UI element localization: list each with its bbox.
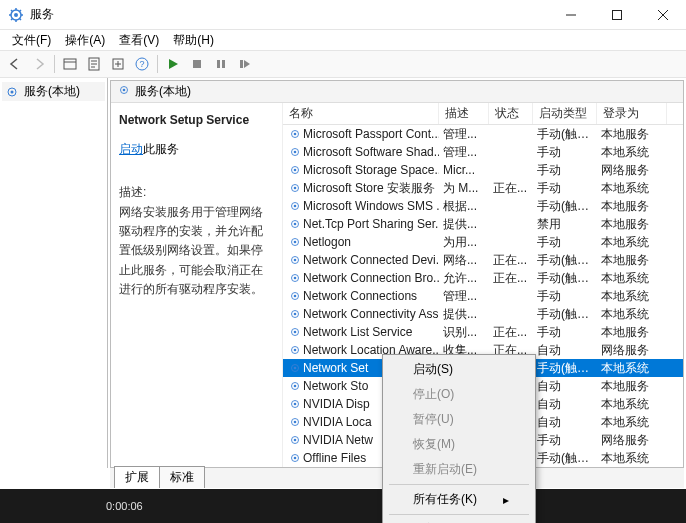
gear-icon [287,162,303,178]
table-row[interactable]: Microsoft Store 安装服务为 M...正在...手动本地系统 [283,179,683,197]
cell-name: Network List Service [283,324,439,340]
cell-desc: Micr... [439,163,489,177]
cell-desc: 管理... [439,144,489,161]
stop-button[interactable] [186,53,208,75]
svg-point-25 [294,205,297,208]
tree-root-label: 服务(本地) [24,83,80,100]
window-title: 服务 [30,6,548,23]
service-title: Network Setup Service [119,113,274,127]
back-button[interactable] [4,53,26,75]
table-row[interactable]: Microsoft Storage Space...Micr...手动网络服务 [283,161,683,179]
col-startup[interactable]: 启动类型 [533,103,597,124]
cell-logon: 本地服务 [597,378,667,395]
maximize-button[interactable] [594,0,640,30]
toolbar: ? [0,50,686,78]
gear-icon [287,360,303,376]
close-button[interactable] [640,0,686,30]
svg-rect-2 [613,10,622,19]
context-sep [389,514,529,515]
gear-icon [287,342,303,358]
table-row[interactable]: Netlogon为用...手动本地系统 [283,233,683,251]
chevron-right-icon: ▸ [503,493,509,507]
menu-help[interactable]: 帮助(H) [167,30,220,51]
cell-logon: 网络服务 [597,162,667,179]
title-bar: 服务 [0,0,686,30]
cell-name: Network Connected Devi... [283,252,439,268]
details-pane: Network Setup Service 启动此服务 描述: 网络安装服务用于… [111,103,283,467]
cell-desc: 网络... [439,252,489,269]
gear-icon [287,396,303,412]
help-button[interactable]: ? [131,53,153,75]
table-row[interactable]: Network Connected Devi...网络...正在...手动(触发… [283,251,683,269]
table-row[interactable]: Microsoft Software Shad...管理...手动本地系统 [283,143,683,161]
col-logon[interactable]: 登录为 [597,103,667,124]
cell-logon: 本地系统 [597,288,667,305]
svg-point-53 [294,457,297,460]
cell-logon: 本地系统 [597,306,667,323]
svg-point-19 [294,151,297,154]
restart-button[interactable] [234,53,256,75]
col-desc[interactable]: 描述 [439,103,489,124]
gear-icon [287,324,303,340]
menu-bar: 文件(F) 操作(A) 查看(V) 帮助(H) [0,30,686,50]
media-time: 0:00:06 [106,500,143,512]
context-menu[interactable]: 启动(S)停止(O)暂停(U)恢复(M)重新启动(E)所有任务(K)▸刷新(F)… [382,354,536,523]
tab-standard[interactable]: 标准 [159,466,205,488]
cell-name: Network Connections [283,288,439,304]
menu-file[interactable]: 文件(F) [6,30,57,51]
minimize-button[interactable] [548,0,594,30]
cell-startup: 手动(触发... [533,306,597,323]
cell-logon: 本地服务 [597,126,667,143]
show-hide-button[interactable] [59,53,81,75]
cell-desc: 管理... [439,288,489,305]
cell-desc: 为用... [439,234,489,251]
cell-startup: 手动(触发... [533,360,597,377]
tree-root[interactable]: 服务(本地) [2,82,105,101]
context-item[interactable]: 所有任务(K)▸ [385,487,533,512]
properties-button[interactable] [83,53,105,75]
cell-logon: 本地服务 [597,216,667,233]
col-status[interactable]: 状态 [489,103,533,124]
table-row[interactable]: Microsoft Windows SMS ...根据...手动(触发...本地… [283,197,683,215]
cell-startup: 手动 [533,324,597,341]
cell-status: 正在... [489,180,533,197]
forward-button[interactable] [28,53,50,75]
cell-desc: 允许... [439,270,489,287]
cell-name: Microsoft Storage Space... [283,162,439,178]
table-row[interactable]: Net.Tcp Port Sharing Ser...提供...禁用本地服务 [283,215,683,233]
svg-point-49 [294,421,297,424]
table-row[interactable]: Network Connectivity Ass...提供...手动(触发...… [283,305,683,323]
start-link[interactable]: 启动 [119,142,143,156]
cell-startup: 手动(触发... [533,252,597,269]
export-button[interactable] [107,53,129,75]
menu-view[interactable]: 查看(V) [113,30,165,51]
context-item[interactable]: 刷新(F) [385,517,533,523]
tab-extended[interactable]: 扩展 [114,466,160,488]
cell-logon: 本地系统 [597,450,667,466]
svg-rect-3 [64,59,76,69]
svg-point-33 [294,277,297,280]
table-row[interactable]: Network Connections管理...手动本地系统 [283,287,683,305]
cell-name: Microsoft Software Shad... [283,144,439,160]
cell-logon: 本地系统 [597,180,667,197]
table-row[interactable]: Network Connection Bro...允许...正在...手动(触发… [283,269,683,287]
cell-logon: 本地系统 [597,414,667,431]
cell-status: 正在... [489,270,533,287]
cell-startup: 手动 [533,162,597,179]
cell-startup: 禁用 [533,216,597,233]
gear-icon [287,270,303,286]
menu-action[interactable]: 操作(A) [59,30,111,51]
cell-logon: 本地服务 [597,324,667,341]
start-button[interactable] [162,53,184,75]
table-row[interactable]: Network List Service识别...正在...手动本地服务 [283,323,683,341]
svg-rect-10 [222,60,225,68]
cell-startup: 手动(触发... [533,126,597,143]
context-item[interactable]: 启动(S) [385,357,533,382]
tree-pane: 服务(本地) [0,78,108,468]
cell-startup: 手动 [533,432,597,449]
pause-button[interactable] [210,53,232,75]
svg-rect-8 [193,60,201,68]
col-name[interactable]: 名称 [283,103,439,124]
svg-point-39 [294,331,297,334]
table-row[interactable]: Microsoft Passport Cont...管理...手动(触发...本… [283,125,683,143]
